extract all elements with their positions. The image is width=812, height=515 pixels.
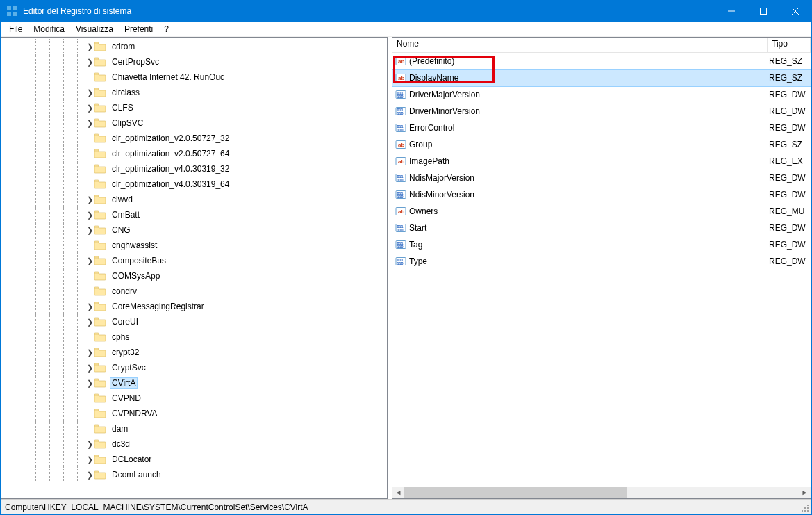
expand-glyph-icon[interactable]: ❯ [85, 471, 94, 480]
menu-preferiti[interactable]: Preferiti [119, 23, 158, 35]
tree-item[interactable]: ❯CompositeBus [1, 253, 387, 268]
expand-glyph-icon[interactable]: ❯ [85, 318, 94, 327]
tree-item[interactable]: CVPNDRVA [1, 406, 387, 421]
minimize-button[interactable] [715, 1, 747, 22]
value-row[interactable]: ab(Predefinito)REG_SZ [392, 53, 811, 70]
scroll-track[interactable] [404, 487, 799, 498]
tree-item[interactable]: ❯CmBatt [1, 207, 387, 222]
value-row[interactable]: abOwnersREG_MU [392, 203, 811, 220]
value-type: REG_DW [768, 90, 811, 99]
expand-glyph-icon[interactable]: ❯ [85, 119, 94, 128]
tree-item[interactable]: ❯CertPropSvc [1, 54, 387, 70]
titlebar[interactable]: Editor del Registro di sistema [1, 1, 811, 22]
tree-item-label: CoreUI [110, 316, 140, 327]
value-row[interactable]: 011110NdisMinorVersionREG_DW [392, 186, 811, 203]
menu-file[interactable]: File [3, 23, 28, 35]
tree-item[interactable]: ❯CoreUI [1, 314, 387, 329]
values-list[interactable]: ab(Predefinito)REG_SZabDisplayNameREG_SZ… [392, 53, 811, 487]
reg-binary-icon: 011110 [395, 106, 406, 117]
value-row[interactable]: 011110DriverMajorVersionREG_DW [392, 86, 811, 103]
value-row[interactable]: 011110StartREG_DW [392, 220, 811, 236]
scroll-left-button[interactable]: ◄ [392, 487, 404, 498]
reg-binary-icon: 011110 [395, 122, 406, 133]
tree-item[interactable]: ❯clwvd [1, 192, 387, 207]
tree-item[interactable]: CVPND [1, 391, 387, 406]
col-header-name[interactable]: Nome [392, 38, 768, 52]
folder-icon [94, 302, 106, 311]
tree-item[interactable]: ❯crypt32 [1, 345, 387, 360]
folder-icon [94, 393, 106, 403]
reg-binary-icon: 011110 [395, 172, 406, 183]
value-row[interactable]: abGroupREG_SZ [392, 136, 811, 153]
svg-rect-44 [807, 507, 809, 509]
expand-glyph-icon[interactable]: ❯ [85, 58, 94, 67]
menu-modifica[interactable]: Modifica [28, 23, 70, 35]
expand-glyph-icon[interactable]: ❯ [85, 302, 94, 311]
scroll-right-button[interactable]: ► [799, 487, 811, 498]
tree-item[interactable]: ❯CryptSvc [1, 360, 387, 375]
tree-item[interactable]: Chiavetta Internet 42. RunOuc [1, 70, 387, 85]
value-row[interactable]: 011110ErrorControlREG_DW [392, 120, 811, 136]
value-row[interactable]: abImagePathREG_EX [392, 153, 811, 170]
expand-glyph-icon[interactable]: ❯ [85, 379, 94, 388]
regedit-app-icon [6, 6, 17, 17]
tree-item[interactable]: cnghwassist [1, 238, 387, 253]
expand-glyph-icon[interactable]: ❯ [85, 363, 94, 373]
svg-text:ab: ab [398, 75, 404, 81]
tree-item[interactable]: ❯CLFS [1, 100, 387, 115]
value-row[interactable]: 011110TypeREG_DW [392, 253, 811, 270]
value-name: Tag [409, 240, 422, 250]
folder-icon [94, 256, 106, 265]
tree-item[interactable]: ❯CoreMessagingRegistrar [1, 299, 387, 314]
tree-item[interactable]: dam [1, 421, 387, 436]
svg-text:110: 110 [397, 111, 404, 115]
resize-grip-icon[interactable] [800, 503, 810, 513]
tree-item[interactable]: ❯circlass [1, 85, 387, 100]
tree-item[interactable]: COMSysApp [1, 268, 387, 284]
expand-glyph-icon[interactable]: ❯ [85, 455, 94, 464]
tree-item[interactable]: ❯dc3d [1, 436, 387, 452]
tree-item[interactable]: clr_optimization_v4.0.30319_64 [1, 177, 387, 192]
value-type: REG_DW [768, 173, 811, 183]
expand-glyph-icon[interactable]: ❯ [85, 348, 94, 357]
value-name: DriverMinorVersion [409, 106, 480, 116]
value-name: Type [409, 256, 427, 266]
value-row[interactable]: abDisplayNameREG_SZ [392, 70, 811, 86]
svg-rect-46 [804, 510, 806, 512]
value-row[interactable]: 011110TagREG_DW [392, 236, 811, 253]
tree-item[interactable]: condrv [1, 284, 387, 299]
expand-glyph-icon[interactable]: ❯ [85, 88, 94, 97]
tree-item[interactable]: ❯ClipSVC [1, 115, 387, 131]
expand-glyph-icon[interactable]: ❯ [85, 211, 94, 220]
tree-item[interactable]: cphs [1, 329, 387, 345]
svg-text:110: 110 [397, 128, 404, 132]
expand-glyph-icon[interactable]: ❯ [85, 226, 94, 235]
expand-glyph-icon[interactable]: ❯ [85, 104, 94, 113]
tree-item[interactable]: clr_optimization_v4.0.30319_32 [1, 161, 387, 177]
scroll-thumb[interactable] [404, 487, 627, 498]
menu-?[interactable]: ? [158, 23, 174, 35]
expand-glyph-icon[interactable]: ❯ [85, 195, 94, 204]
tree-item[interactable]: ❯cdrom [1, 39, 387, 54]
expand-glyph-icon[interactable]: ❯ [85, 440, 94, 449]
col-header-type[interactable]: Tipo [768, 38, 811, 52]
value-row[interactable]: 011110NdisMajorVersionREG_DW [392, 170, 811, 186]
folder-icon [94, 225, 106, 235]
menu-visualizza[interactable]: Visualizza [70, 23, 119, 35]
tree-item-label: CmBatt [110, 209, 142, 220]
tree-item[interactable]: ❯DCLocator [1, 452, 387, 467]
value-name: Start [409, 223, 426, 233]
horizontal-scrollbar[interactable]: ◄ ► [392, 487, 811, 498]
tree-item[interactable]: clr_optimization_v2.0.50727_64 [1, 146, 387, 161]
maximize-button[interactable] [747, 1, 779, 22]
tree-item[interactable]: ❯DcomLaunch [1, 467, 387, 482]
close-button[interactable] [779, 1, 811, 22]
tree-item[interactable]: ❯CVirtA [1, 375, 387, 391]
values-header[interactable]: Nome Tipo [392, 38, 811, 53]
registry-tree[interactable]: ❯cdrom❯CertPropSvcChiavetta Internet 42.… [1, 38, 387, 498]
tree-item[interactable]: clr_optimization_v2.0.50727_32 [1, 131, 387, 146]
expand-glyph-icon[interactable]: ❯ [85, 256, 94, 265]
tree-item[interactable]: ❯CNG [1, 222, 387, 238]
expand-glyph-icon[interactable]: ❯ [85, 42, 94, 51]
value-row[interactable]: 011110DriverMinorVersionREG_DW [392, 103, 811, 120]
